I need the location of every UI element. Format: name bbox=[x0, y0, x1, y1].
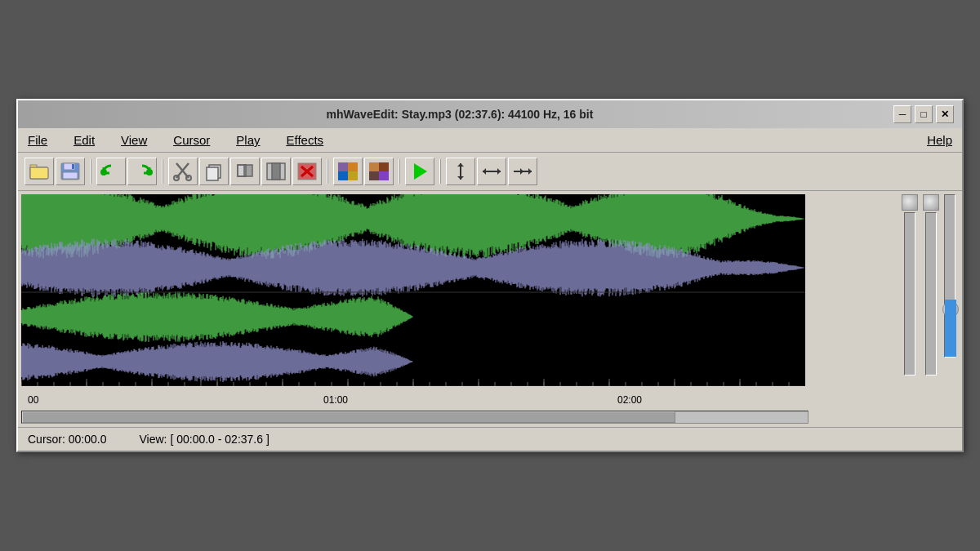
copy-button[interactable] bbox=[199, 158, 229, 185]
view-status: View: [ 00:00.0 - 02:37.6 ] bbox=[140, 433, 270, 446]
svg-rect-32 bbox=[379, 162, 389, 171]
volume-knob-right[interactable] bbox=[923, 194, 939, 211]
svg-marker-34 bbox=[414, 163, 427, 180]
svg-rect-31 bbox=[379, 171, 389, 180]
zoom-track[interactable] bbox=[944, 194, 956, 358]
minimize-button[interactable]: ─ bbox=[893, 105, 911, 123]
svg-rect-28 bbox=[338, 171, 348, 180]
timeline-mark-2: 02:00 bbox=[617, 394, 642, 406]
svg-rect-5 bbox=[63, 172, 78, 179]
horizontal-scrollbar[interactable] bbox=[21, 411, 808, 424]
toolbar-separator-2 bbox=[162, 159, 163, 184]
maximize-button[interactable]: □ bbox=[915, 105, 933, 123]
cursor-value: 00:00.0 bbox=[69, 433, 107, 446]
volume-knob-left[interactable] bbox=[902, 194, 918, 211]
timeline-mark-0: 00 bbox=[28, 394, 38, 406]
menu-effects[interactable]: Effects bbox=[283, 131, 327, 149]
delete-button[interactable] bbox=[292, 158, 322, 185]
toolbar-separator-5 bbox=[439, 159, 441, 184]
svg-marker-40 bbox=[497, 168, 501, 175]
paste-button[interactable] bbox=[230, 158, 260, 185]
toolbar-separator-4 bbox=[399, 159, 400, 184]
zoom-v-button[interactable] bbox=[446, 158, 475, 185]
toolbar-separator-1 bbox=[90, 159, 91, 184]
svg-rect-33 bbox=[369, 171, 379, 180]
title-bar: mhWaveEdit: Stay.mp3 (02:37.6): 44100 Hz… bbox=[18, 100, 962, 128]
menu-bar: File Edit View Cursor Play Effects Help bbox=[18, 128, 962, 153]
window-title: mhWaveEdit: Stay.mp3 (02:37.6): 44100 Hz… bbox=[26, 108, 893, 121]
svg-rect-27 bbox=[348, 162, 358, 171]
cursor-label: Cursor: bbox=[28, 433, 65, 446]
svg-marker-39 bbox=[483, 168, 486, 175]
play-button[interactable] bbox=[405, 158, 434, 185]
svg-rect-26 bbox=[348, 171, 358, 180]
main-window: mhWaveEdit: Stay.mp3 (02:37.6): 44100 Hz… bbox=[16, 99, 964, 452]
right-sliders bbox=[898, 194, 959, 386]
waveform-area[interactable] bbox=[21, 194, 895, 386]
slider-group bbox=[902, 194, 956, 386]
scroll-right-button[interactable] bbox=[508, 158, 537, 185]
undo-button[interactable] bbox=[96, 158, 126, 185]
cursor-status: Cursor: 00:00.0 bbox=[28, 433, 107, 446]
volume-slider-left bbox=[902, 194, 918, 386]
svg-point-7 bbox=[100, 169, 107, 176]
waveform-canvas bbox=[21, 194, 805, 386]
volume-slider-right bbox=[923, 194, 939, 386]
effect2-button[interactable] bbox=[364, 158, 394, 185]
volume-track-left[interactable] bbox=[904, 212, 915, 375]
cut-button[interactable] bbox=[168, 158, 198, 185]
close-button[interactable]: ✕ bbox=[936, 105, 954, 123]
svg-rect-20 bbox=[272, 163, 280, 180]
svg-marker-44 bbox=[528, 168, 532, 175]
menu-file[interactable]: File bbox=[24, 131, 51, 149]
menu-edit[interactable]: Edit bbox=[70, 131, 98, 149]
scrollbar-thumb[interactable] bbox=[22, 411, 675, 423]
timeline: 00 01:00 02:00 bbox=[21, 386, 812, 409]
view-value: 00:00.0 - 02:37.6 bbox=[176, 433, 263, 446]
window-controls: ─ □ ✕ bbox=[893, 105, 954, 123]
svg-rect-25 bbox=[338, 162, 348, 171]
timeline-mark-1: 01:00 bbox=[323, 394, 348, 406]
open-button[interactable] bbox=[24, 158, 54, 185]
svg-rect-14 bbox=[207, 167, 218, 180]
save-button[interactable] bbox=[56, 158, 85, 185]
trim-button[interactable] bbox=[261, 158, 291, 185]
toolbar bbox=[18, 153, 962, 191]
menu-view[interactable]: View bbox=[118, 131, 150, 149]
main-content: 00 01:00 02:00 bbox=[18, 191, 962, 427]
effect1-button[interactable] bbox=[333, 158, 363, 185]
toolbar-separator-3 bbox=[327, 159, 328, 184]
svg-marker-37 bbox=[457, 176, 464, 180]
svg-rect-30 bbox=[369, 162, 379, 171]
svg-rect-6 bbox=[72, 164, 74, 169]
volume-track-right[interactable] bbox=[925, 212, 937, 375]
menu-play[interactable]: Play bbox=[233, 131, 263, 149]
waveform-and-sliders bbox=[21, 194, 959, 386]
svg-point-8 bbox=[146, 169, 153, 176]
zoom-fill bbox=[945, 300, 956, 357]
status-bar: Cursor: 00:00.0 View: [ 00:00.0 - 02:37.… bbox=[18, 427, 962, 451]
menu-cursor[interactable]: Cursor bbox=[170, 131, 213, 149]
svg-rect-2 bbox=[30, 167, 48, 179]
waveform-section: 00 01:00 02:00 bbox=[21, 194, 959, 424]
redo-button[interactable] bbox=[127, 158, 157, 185]
menu-help[interactable]: Help bbox=[924, 131, 956, 149]
svg-marker-36 bbox=[457, 163, 464, 167]
zoom-slider bbox=[944, 194, 956, 386]
zoom-h-button[interactable] bbox=[477, 158, 506, 185]
